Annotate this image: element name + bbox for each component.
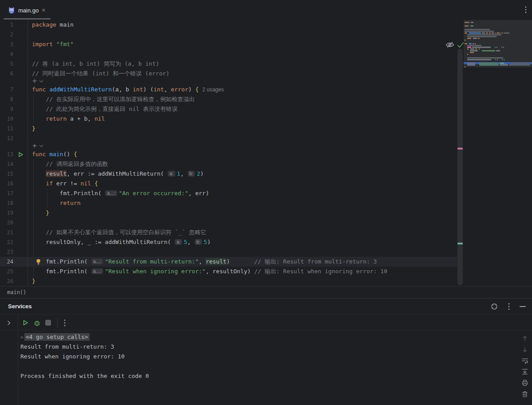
code-line[interactable]: 21 // 如果不关心某个返回值，可以使用空白标识符 `_` 忽略它 [0,228,532,237]
code-line[interactable]: 26} [0,276,532,286]
code-text[interactable]: fmt.Println( a…:"An error occurred:", er… [28,189,209,198]
code-line[interactable]: 17 fmt.Println( a…:"An error occurred:",… [0,189,532,198]
code-line[interactable]: 14 // 调用返回多值的函数 [0,159,532,169]
line-number[interactable]: 8 [0,94,13,104]
line-number[interactable]: 10 [0,114,13,124]
line-number[interactable]: 9 [0,104,13,114]
print-icon[interactable] [521,379,528,386]
code-text[interactable]: // 同时返回一个结果 (int) 和一个错误 (error) [28,69,169,79]
line-number[interactable]: 21 [0,228,13,237]
line-number[interactable]: 22 [0,237,13,247]
code-line[interactable]: 15 result, err := addWithMultiReturn( a:… [0,169,532,179]
clear-trash-icon[interactable] [521,390,528,398]
code-text[interactable]: // 将 (a int, b int) 简写为 (a, b int) [28,59,159,69]
code-text[interactable]: // 如果不关心某个返回值，可以使用空白标识符 `_` 忽略它 [28,228,206,237]
line-number[interactable]: 7 [0,85,13,94]
code-line[interactable]: 12 [0,134,532,143]
debug-icon[interactable] [33,319,41,326]
code-text[interactable]: } [28,276,35,286]
code-text[interactable]: return a + b, nil [28,114,105,124]
code-line[interactable]: 22 resultOnly, _ := addWithMultiReturn( … [0,237,532,247]
code-line[interactable]: 10 return a + b, nil [0,114,532,124]
line-number[interactable]: 24 [0,257,13,267]
code-line[interactable]: 5// 将 (a int, b int) 简写为 (a, b int) [0,59,532,69]
soft-wrap-icon[interactable] [521,357,528,364]
code-text[interactable] [28,134,32,143]
code-text[interactable]: fmt.Println( a…:"Result from multi-retur… [28,257,377,267]
stripe-mark-write-usage[interactable] [457,148,463,149]
editor-scrollbar-thumb[interactable] [457,49,463,285]
code-text[interactable]: } [28,208,49,218]
stripe-mark-read-usage[interactable] [457,243,463,244]
line-number[interactable]: 15 [0,169,13,179]
close-icon[interactable]: × [42,7,45,13]
code-text[interactable]: import "fmt" [28,39,74,49]
code-text[interactable] [28,49,32,59]
code-text[interactable]: result, err := addWithMultiReturn( a:1, … [28,169,204,179]
code-text[interactable]: // 此处为简化示例，直接返回 nil 表示没有错误 [28,104,177,114]
line-number[interactable]: 23 [0,247,13,257]
arrow-down-icon[interactable] [521,346,528,353]
code-text[interactable]: // 调用返回多值的函数 [28,159,108,169]
code-line[interactable]: 9 // 此处为简化示例，直接返回 nil 表示没有错误 [0,104,532,114]
kebab-menu-icon[interactable] [64,319,66,326]
line-number[interactable]: 11 [0,124,13,134]
run-icon[interactable] [22,319,29,326]
code-line[interactable]: 16 if err != nil { [0,179,532,189]
check-icon[interactable] [457,42,464,48]
code-line[interactable]: 1package main [0,20,532,30]
breadcrumb-item-main[interactable]: main() [7,289,26,295]
eye-slash-icon[interactable] [445,41,455,49]
code-text[interactable] [28,218,32,228]
console-line[interactable]: ><4 go setup calls> [20,332,149,342]
line-number[interactable]: 17 [0,189,13,198]
code-text[interactable] [28,30,32,39]
line-number[interactable]: 4 [0,49,13,59]
ai-assistant-sparkle-icon[interactable] [0,143,532,149]
fold-chevron-icon[interactable]: > [20,334,24,340]
chevron-right-icon[interactable] [6,320,12,326]
code-line[interactable]: 19 } [0,208,532,218]
code-text[interactable]: func main() { [28,149,77,159]
line-number[interactable]: 1 [0,20,13,30]
code-line[interactable]: 4 [0,49,532,59]
code-line[interactable]: 20 [0,218,532,228]
line-number[interactable]: 5 [0,59,13,69]
run-gutter-icon[interactable] [13,149,28,159]
code-line[interactable]: 18 return [0,198,532,208]
code-text[interactable]: if err != nil { [28,179,98,189]
arrow-up-icon[interactable] [521,335,528,342]
code-editor[interactable]: 1package main23import "fmt"45// 将 (a int… [0,20,532,286]
code-text[interactable]: package main [28,20,74,30]
code-line[interactable]: 2 [0,30,532,39]
code-line[interactable]: 11} [0,124,532,134]
minimap[interactable] [464,20,532,286]
line-number[interactable]: 20 [0,218,13,228]
intention-bulb-icon[interactable] [35,259,41,265]
code-line[interactable]: 24 fmt.Println( a…:"Result from multi-re… [0,257,532,267]
scroll-to-end-icon[interactable] [521,368,528,375]
line-number[interactable]: 25 [0,267,13,276]
line-number[interactable]: 3 [0,39,13,49]
code-line[interactable]: 23 [0,247,532,257]
line-number[interactable]: 6 [0,69,13,79]
line-number[interactable]: 19 [0,208,13,218]
line-number[interactable]: 2 [0,30,13,39]
target-icon[interactable] [490,303,498,311]
code-text[interactable]: return [28,198,81,208]
line-number[interactable]: 12 [0,134,13,143]
code-line[interactable]: 25 fmt.Println( a…:"Result when ignoring… [0,267,532,276]
hide-panel-icon[interactable] [520,306,526,307]
code-text[interactable]: // 在实际应用中，这里可以添加逻辑检查，例如检查溢出 [28,94,195,104]
code-text[interactable]: } [28,124,35,134]
code-text[interactable]: func addWithMultiReturn(a, b int) (int, … [28,85,224,94]
code-line[interactable]: 7func addWithMultiReturn(a, b int) (int,… [0,85,532,94]
tab-main-go[interactable]: main.go × [4,3,50,18]
code-line[interactable]: 8 // 在实际应用中，这里可以添加逻辑检查，例如检查溢出 [0,94,532,104]
kebab-menu-icon[interactable] [525,6,527,13]
line-number[interactable]: 18 [0,198,13,208]
line-number[interactable]: 26 [0,276,13,286]
line-number[interactable]: 14 [0,159,13,169]
code-line[interactable]: 6// 同时返回一个结果 (int) 和一个错误 (error) [0,69,532,79]
ai-assistant-sparkle-icon[interactable] [0,79,532,85]
